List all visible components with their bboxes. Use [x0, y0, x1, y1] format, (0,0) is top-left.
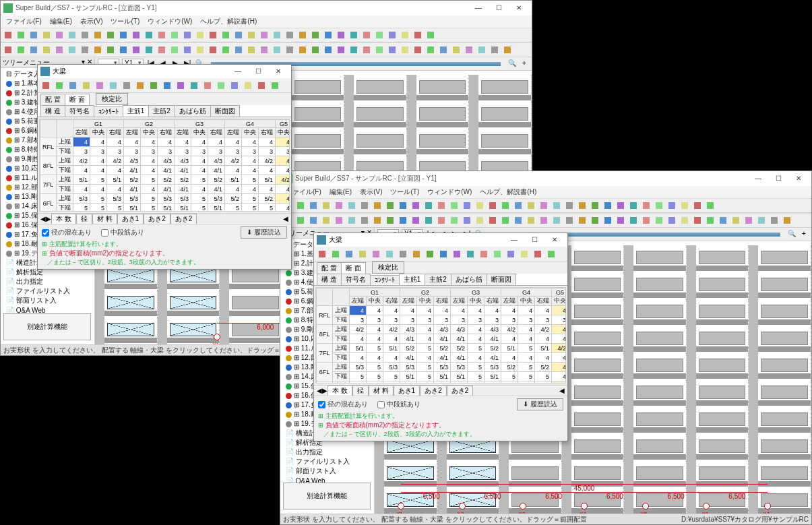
cell[interactable]: 5: [73, 204, 90, 212]
cell[interactable]: 4: [107, 166, 124, 175]
subtab[interactable]: あばら筋: [175, 105, 211, 117]
subtab[interactable]: 主筋2: [425, 274, 451, 285]
cell[interactable]: 5: [367, 344, 383, 353]
nav-zoom-icon[interactable]: 🔍: [787, 230, 797, 239]
ratio-button[interactable]: 検定比: [372, 261, 404, 274]
column-element[interactable]: [749, 299, 758, 326]
dlg-tool-button[interactable]: [269, 80, 281, 92]
toolbar-button[interactable]: [371, 214, 383, 226]
toolbar-button[interactable]: [384, 199, 396, 212]
beam-element[interactable]: [571, 400, 624, 406]
cell[interactable]: 4: [107, 137, 124, 147]
slab-element[interactable]: [636, 278, 683, 291]
column-element[interactable]: [158, 290, 167, 317]
toolbar-button[interactable]: [245, 44, 257, 56]
toolbar-button[interactable]: [755, 214, 768, 226]
toolbar-button[interactable]: [425, 29, 437, 41]
chk-mid-rebar[interactable]: 中段筋あり: [377, 400, 420, 409]
cell[interactable]: 4/2: [259, 156, 276, 166]
toolbar-button[interactable]: [589, 199, 601, 212]
cell[interactable]: 4: [535, 334, 552, 344]
bottom-tab[interactable]: 本 数: [51, 214, 76, 224]
chk-mixed-dia[interactable]: 径の混在あり: [318, 400, 368, 409]
bottom-tab[interactable]: 材 料: [92, 214, 117, 224]
slab-element[interactable]: [511, 466, 559, 480]
toolbar-button[interactable]: [563, 199, 575, 212]
beam-element[interactable]: [478, 122, 531, 127]
cell[interactable]: 6/4: [350, 381, 367, 384]
beam-element[interactable]: [633, 454, 686, 460]
cell[interactable]: 3: [350, 315, 367, 325]
column-element[interactable]: [687, 434, 696, 461]
slab-element[interactable]: [636, 332, 683, 345]
cell[interactable]: 5/1: [485, 372, 501, 381]
toolbar-button[interactable]: [117, 44, 129, 56]
toolbar-button[interactable]: [704, 214, 716, 226]
cell[interactable]: 5: [518, 344, 535, 353]
dlg-max-button[interactable]: ☐: [248, 65, 268, 78]
subtab[interactable]: 主筋1: [399, 274, 426, 285]
cell[interactable]: 5/1: [208, 204, 225, 212]
cell[interactable]: 5/2: [259, 194, 276, 204]
cell[interactable]: 4/1: [434, 334, 451, 344]
cell[interactable]: 4: [552, 325, 566, 334]
column-element[interactable]: [95, 290, 104, 317]
bottom-tab[interactable]: あき1: [394, 385, 420, 396]
beam-element[interactable]: [571, 373, 624, 379]
cell[interactable]: 4: [501, 353, 518, 363]
toolbar-button[interactable]: [461, 199, 473, 212]
dlg-tool-button[interactable]: [107, 80, 119, 92]
toolbar-button[interactable]: [666, 214, 678, 226]
cell[interactable]: 4: [468, 325, 485, 334]
cell[interactable]: 4/2: [225, 156, 242, 166]
toolbar-button[interactable]: [168, 44, 181, 56]
cell[interactable]: 4: [141, 185, 158, 194]
toolbar-button[interactable]: [448, 199, 460, 212]
cell[interactable]: 5: [468, 344, 485, 353]
cell[interactable]: 4: [468, 306, 485, 315]
cell[interactable]: 4: [417, 306, 434, 315]
column-element[interactable]: [624, 434, 633, 461]
cell[interactable]: 4/3: [400, 325, 417, 334]
toolbar-button[interactable]: [220, 44, 232, 56]
cell[interactable]: 5: [191, 204, 208, 212]
cell[interactable]: 3: [400, 315, 417, 325]
cell[interactable]: 5/1: [225, 175, 242, 185]
beam-element[interactable]: [167, 311, 220, 316]
dlg-tool-button[interactable]: [40, 80, 52, 92]
toolbar-button[interactable]: [666, 199, 678, 212]
cell[interactable]: 5: [367, 372, 383, 381]
toolbar-button[interactable]: [307, 199, 319, 212]
history-button[interactable]: ⬇ 履歴読込: [241, 226, 287, 239]
toolbar-button[interactable]: [448, 214, 460, 226]
maximize-button[interactable]: ☐: [768, 173, 788, 185]
dlg-min-button[interactable]: —: [228, 65, 248, 78]
cell[interactable]: 4: [367, 334, 383, 344]
rebar-table[interactable]: G1G2G3G4G5左端中央右端左端中央右端左端中央右端左端中央右端中央RFL上…: [40, 119, 290, 212]
toolbar-button[interactable]: [653, 214, 665, 226]
toolbar-button[interactable]: [284, 44, 296, 56]
column-element[interactable]: [624, 245, 633, 272]
slab-element[interactable]: [761, 466, 808, 480]
cell[interactable]: 5/3: [73, 194, 90, 204]
column-element[interactable]: [687, 299, 696, 326]
slab-element[interactable]: [294, 134, 342, 148]
slab-element[interactable]: [481, 134, 528, 148]
cell[interactable]: 4: [276, 185, 290, 194]
dlg-tool-button[interactable]: [478, 248, 490, 260]
cell[interactable]: 5/2: [501, 363, 518, 372]
menu-item[interactable]: 編集(E): [327, 187, 354, 197]
dlg-tool-button[interactable]: [67, 80, 79, 92]
bottom-tab[interactable]: あき2: [420, 385, 447, 396]
slab-element[interactable]: [636, 359, 683, 372]
toolbar-button[interactable]: [384, 214, 396, 226]
cell[interactable]: 4/2: [350, 325, 367, 334]
cell[interactable]: 4/1: [485, 353, 501, 363]
beam-element[interactable]: [571, 454, 624, 460]
toolbar-button[interactable]: [627, 214, 639, 226]
slab-element[interactable]: [699, 332, 746, 345]
cell[interactable]: 4: [73, 137, 90, 147]
slab-element[interactable]: [356, 134, 404, 148]
cell[interactable]: 4: [90, 137, 107, 147]
dlg-close-button[interactable]: ✕: [268, 65, 288, 78]
